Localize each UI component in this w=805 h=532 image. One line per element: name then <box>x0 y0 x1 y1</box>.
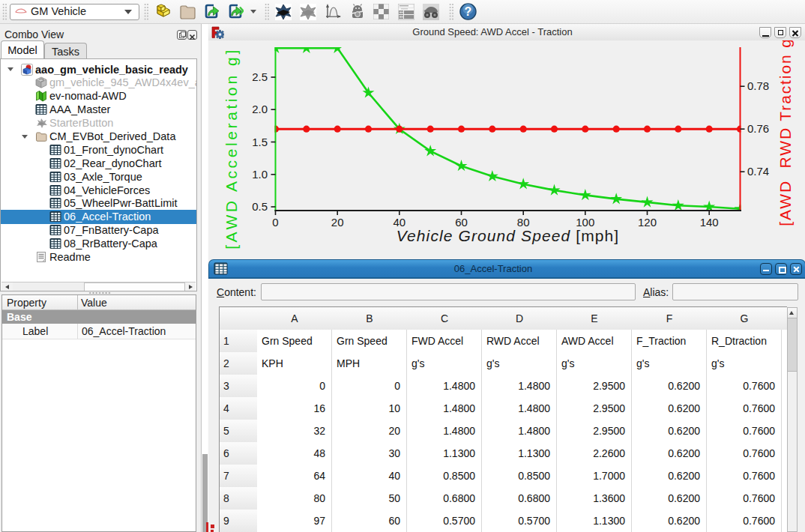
svg-text:120: 120 <box>638 216 657 229</box>
svg-text:Vehicle Ground Speed [mph]: Vehicle Ground Speed [mph] <box>397 227 620 244</box>
svg-text:1.5: 1.5 <box>252 136 268 148</box>
svg-text:0.74: 0.74 <box>747 165 769 178</box>
svg-text:0.76: 0.76 <box>747 122 769 135</box>
svg-text:0.78: 0.78 <box>747 79 769 92</box>
svg-text:20: 20 <box>331 216 344 229</box>
svg-text:?: ? <box>465 5 472 18</box>
svg-text:0.5: 0.5 <box>252 200 268 213</box>
svg-text:2.5: 2.5 <box>252 70 268 83</box>
svg-text:[AWD RWD Traction g]: [AWD RWD Traction g] <box>777 40 794 226</box>
svg-text:2.0: 2.0 <box>252 103 268 115</box>
svg-text:0: 0 <box>272 216 278 229</box>
svg-text:[AWD Acceleration g]: [AWD Acceleration g] <box>223 47 240 250</box>
svg-text:1.0: 1.0 <box>252 168 268 181</box>
svg-text:140: 140 <box>700 216 719 229</box>
